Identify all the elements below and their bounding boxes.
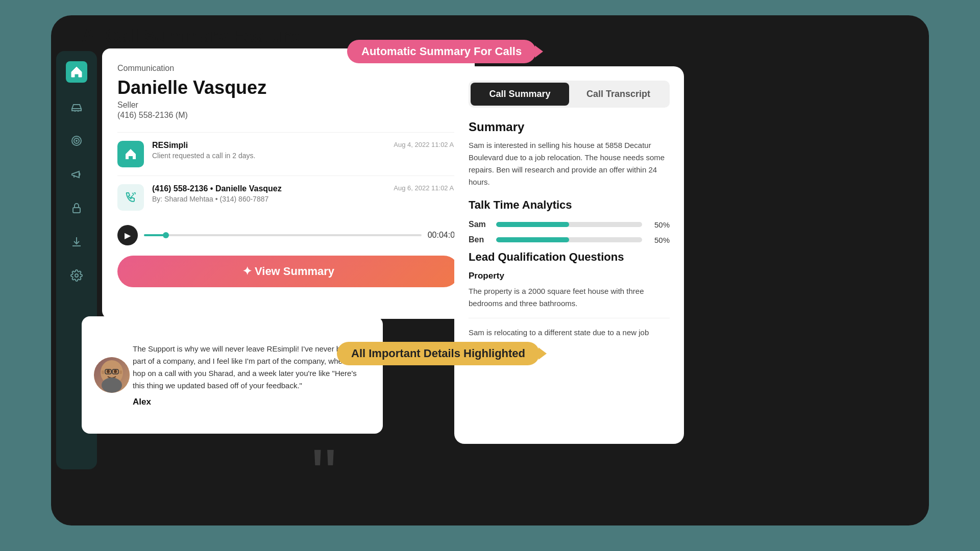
progress-bar[interactable] [144,234,422,236]
summary-panel: Call Summary Call Transcript Summary Sam… [454,66,684,444]
call-entry-2: (416) 558-2136 • Danielle Vasquez By: Sh… [117,176,459,219]
contact-name: Danielle Vasquez [117,77,459,98]
phone-icon [117,184,144,211]
svg-point-2 [76,140,77,141]
entry-2-title: (416) 558-2136 • Danielle Vasquez [152,184,385,193]
analytics-fill-sam [496,222,569,227]
sidebar-icon-megaphone[interactable] [67,165,86,184]
audio-player: ▶ 00:04:07 [117,225,459,245]
svg-rect-9 [119,370,122,374]
analytics-row-ben: Ben 50% [469,235,670,244]
entry-1-content: RESimpli Client requested a call in 2 da… [152,141,385,160]
sidebar-icon-target[interactable] [67,132,86,150]
testimonial-avatar [94,357,130,393]
sidebar-icon-settings[interactable] [67,266,86,285]
contact-role: Seller [117,101,459,110]
entry-2-subtitle: By: Sharad Mehtaa • (314) 860-7887 [152,195,385,203]
auto-summary-pill: Automatic Summary For Calls [347,40,536,63]
entry-1-title: RESimpli [152,141,385,150]
svg-point-7 [114,370,117,373]
all-details-pill: All Important Details Highlighted [337,342,540,365]
entry-2-content: (416) 558-2136 • Danielle Vasquez By: Sh… [152,184,385,203]
entry-1-date: Aug 4, 2022 11:02 AM [394,141,459,148]
summary-tabs: Call Summary Call Transcript [469,81,670,108]
lq-title: Lead Qualification Questions [469,251,670,264]
view-summary-button[interactable]: ✦ View Summary [117,256,459,287]
page-title: AI Call Summary Feature [82,26,299,47]
tab-call-transcript[interactable]: Call Transcript [569,83,668,106]
contact-phone: (416) 558-2136 (M) [117,111,459,120]
property-text: The property is a 2000 square feet house… [469,285,670,310]
progress-dot [163,232,169,238]
sidebar-icon-lock[interactable] [67,199,86,217]
analytics-name-sam: Sam [469,220,489,229]
sidebar-logo[interactable] [66,61,87,83]
communication-label: Communication [117,64,459,73]
analytics-bar-ben [496,237,642,242]
quote-decoration: " [311,439,337,510]
svg-point-10 [102,378,122,393]
analytics-fill-ben [496,237,569,242]
analytics-row-sam: Sam 50% [469,220,670,229]
details-pill-arrow [538,347,547,360]
svg-rect-3 [73,208,80,213]
testimonial-name: Alex [133,397,369,407]
summary-text: Sam is interested in selling his house a… [469,139,670,188]
play-button[interactable]: ▶ [117,225,138,245]
pill-arrow [535,45,543,58]
testimonial-text: The Support is why we will never leave R… [133,343,369,392]
analytics-title: Talk Time Analytics [469,198,670,212]
main-panel: Communication Danielle Vasquez Seller (4… [102,48,475,319]
analytics-pct-sam: 50% [649,220,670,229]
analytics-bar-sam [496,222,642,227]
entry-1-subtitle: Client requested a call in 2 days. [152,152,385,160]
summary-title: Summary [469,120,670,134]
tab-call-summary[interactable]: Call Summary [471,83,569,106]
avatar-placeholder [94,357,130,393]
call-entry-1: RESimpli Client requested a call in 2 da… [117,132,459,176]
analytics-name-ben: Ben [469,235,489,244]
svg-point-4 [75,274,78,277]
testimonial-card: The Support is why we will never leave R… [82,316,383,434]
sidebar-icon-inbox[interactable] [67,98,86,116]
resimpli-icon [117,141,144,167]
svg-rect-8 [102,370,104,374]
sidebar-icon-download[interactable] [67,233,86,251]
svg-point-6 [107,370,110,373]
testimonial-content: The Support is why we will never leave R… [133,343,369,407]
property-label: Property [469,271,670,281]
analytics-pct-ben: 50% [649,236,670,244]
entry-2-date: Aug 6, 2022 11:02 AM [394,184,459,192]
